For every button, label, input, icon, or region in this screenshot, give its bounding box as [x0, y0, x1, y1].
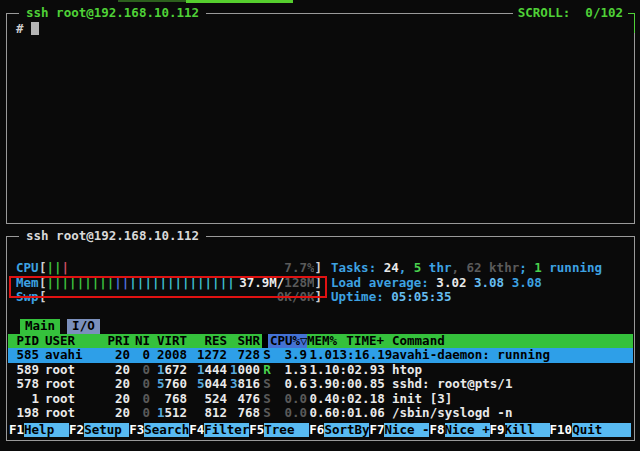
- cell-cpu: 0.0: [274, 406, 307, 421]
- cell-res: 1272: [187, 348, 227, 363]
- text-segment: 128M: [284, 276, 314, 290]
- cell-mem: 1.1: [307, 363, 332, 378]
- cell-virt: 5760: [150, 377, 187, 392]
- table-row[interactable]: 589root200167214441000R1.31.10:02.93htop: [8, 363, 633, 378]
- pane-title-top: ssh root@192.168.10.112: [19, 5, 206, 20]
- fnkey-label: F8: [429, 423, 444, 438]
- cell-user: root: [45, 363, 103, 378]
- col-header-user[interactable]: USER: [45, 334, 103, 349]
- col-header-mem[interactable]: MEM%: [307, 334, 332, 349]
- kb-digits: 524: [204, 391, 227, 406]
- kb-digits: 728: [237, 347, 260, 362]
- cell-shr: 1000: [227, 363, 260, 378]
- swp-meter-label: Swp: [16, 290, 39, 305]
- screen-tabs: MainI/O: [8, 319, 633, 334]
- fnkey-label: F7: [369, 423, 384, 438]
- col-header-pri[interactable]: PRI: [103, 334, 130, 349]
- cpu-meter: CPU[|||7.7%]: [16, 261, 322, 276]
- fnkey-action: Help: [24, 423, 69, 438]
- text-segment: ;: [519, 260, 534, 275]
- col-header-virt[interactable]: VIRT: [150, 334, 187, 349]
- meter-pipes: |: [62, 261, 70, 276]
- info-column: Tasks: 24, 5 thr, 62 kthr; 1 runningLoad…: [331, 261, 602, 305]
- fnkey-action: Search: [144, 423, 189, 438]
- fnkey-f7[interactable]: F7Nice -: [369, 423, 429, 438]
- col-header-shr[interactable]: SHR: [227, 334, 260, 349]
- text-segment: 24: [384, 260, 399, 275]
- cell-state: R: [260, 363, 274, 378]
- cell-ni: 0: [130, 406, 150, 421]
- fnkey-f6[interactable]: F6SortBy: [309, 423, 369, 438]
- cell-shr: 476: [227, 392, 260, 407]
- kb-digits: 476: [237, 391, 260, 406]
- meter-pipes: ||||||||||||||: [129, 276, 234, 291]
- shell-prompt[interactable]: #: [16, 21, 39, 36]
- cell-pri: 20: [103, 377, 130, 392]
- fnkey-f4[interactable]: F4Filter: [189, 423, 249, 438]
- cell-command: avahi-daemon: running: [384, 348, 633, 363]
- cell-shr: 3816: [227, 377, 260, 392]
- cell-command: init [3]: [384, 392, 633, 407]
- kb-digits: 768: [237, 405, 260, 420]
- cell-pid: 578: [10, 377, 39, 392]
- fnkey-label: F3: [129, 423, 144, 438]
- cell-virt: 1672: [150, 363, 187, 378]
- cell-pri: 20: [103, 363, 130, 378]
- tab-i/o[interactable]: I/O: [67, 319, 100, 334]
- kb-digits: 512: [164, 405, 187, 420]
- kb-digits: 816: [237, 376, 260, 391]
- scroll-indicator: SCROLL: 0/102: [513, 5, 628, 20]
- tab-main[interactable]: Main: [20, 319, 60, 334]
- cell-pid: 1: [10, 392, 39, 407]
- table-row[interactable]: 198root2001512812768S0.00.60:01.06/sbin/…: [8, 406, 633, 421]
- table-row[interactable]: 585avahi20020081272728S3.91.013:16.19ava…: [8, 348, 633, 363]
- fnkey-f8[interactable]: F8Nice +: [429, 423, 489, 438]
- meter-close-bracket: ]: [314, 290, 322, 305]
- terminal-pane-top[interactable]: ssh root@192.168.10.112 SCROLL: 0/102 #: [6, 13, 635, 224]
- fnkey-action: Nice +: [445, 423, 490, 438]
- cell-ni: 0: [130, 363, 150, 378]
- fnkey-f10[interactable]: F10Quit: [550, 423, 631, 438]
- text-segment: thr: [421, 260, 451, 275]
- fnkey-f3[interactable]: F3Search: [129, 423, 189, 438]
- table-row[interactable]: 578root200576050443816S0.63.90:00.85sshd…: [8, 377, 633, 392]
- meters-column: CPU[|||7.7%]Mem[||||||||||||||||||||||||…: [16, 261, 322, 305]
- cell-time: 0:02.18: [332, 392, 384, 407]
- meter-close-bracket: ]: [314, 261, 322, 276]
- text-segment: 0K/0K: [277, 290, 315, 304]
- fnkey-f9[interactable]: F9Kill: [490, 423, 550, 438]
- col-header-time[interactable]: TIME+: [332, 334, 384, 349]
- fnkey-f2[interactable]: F2Setup: [69, 423, 129, 438]
- kb-digits: 768: [164, 391, 187, 406]
- text-segment: 37.9M/: [239, 276, 284, 290]
- cell-command: sshd: root@pts/1: [384, 377, 633, 392]
- cell-cpu: 1.3: [274, 363, 307, 378]
- kb-digits: 444: [204, 362, 227, 377]
- fnkey-action: Nice -: [384, 423, 429, 438]
- prompt-symbol: #: [16, 21, 24, 36]
- cell-time: 0:02.93: [332, 363, 384, 378]
- meter-open-bracket: [: [39, 261, 47, 276]
- col-header-command[interactable]: Command: [384, 334, 633, 349]
- fnkey-f1[interactable]: F1Help: [9, 423, 69, 438]
- col-header-pid[interactable]: PID: [10, 334, 39, 349]
- terminal-pane-bottom[interactable]: ssh root@192.168.10.112 CPU[|||7.7%]Mem[…: [6, 236, 635, 441]
- cell-pid: 585: [10, 348, 39, 363]
- cell-time: 0:00.85: [332, 377, 384, 392]
- htop-header-area: CPU[|||7.7%]Mem[||||||||||||||||||||||||…: [8, 261, 633, 305]
- cpu-meter-value: 7.7%: [284, 261, 314, 276]
- fnkey-f5[interactable]: F5Tree: [249, 423, 309, 438]
- text-segment: running: [542, 260, 602, 275]
- kb-digits: 672: [164, 362, 187, 377]
- col-header-ni[interactable]: NI: [130, 334, 150, 349]
- mem-meter-bars: |||||||||||||||||||||||||37.9M/128M: [47, 276, 315, 291]
- table-row[interactable]: 1root200768524476S0.00.40:02.18init [3]: [8, 392, 633, 407]
- swp-meter-bars: 0K/0K: [47, 290, 315, 305]
- cell-command: htop: [384, 363, 633, 378]
- col-header-res[interactable]: RES: [187, 334, 227, 349]
- cell-virt: 1512: [150, 406, 187, 421]
- col-header-cpu-sorted[interactable]: CPU%▽: [262, 334, 307, 349]
- cell-user: root: [45, 392, 103, 407]
- terminal-screen: ssh root@192.168.10.112 SCROLL: 0/102 # …: [0, 0, 640, 451]
- cell-virt: 2008: [150, 348, 187, 363]
